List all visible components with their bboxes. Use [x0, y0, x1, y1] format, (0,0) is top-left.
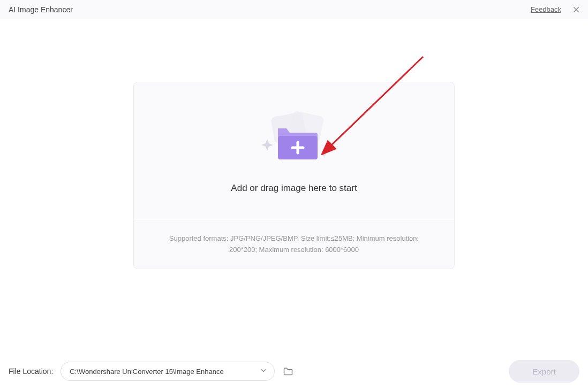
feedback-link[interactable]: Feedback	[531, 5, 561, 13]
add-folder-icon	[251, 108, 337, 167]
svg-marker-4	[261, 139, 273, 151]
chevron-down-icon	[260, 368, 267, 376]
dropzone-main-text: Add or drag image here to start	[231, 183, 357, 194]
dropzone-info-text: Supported formats: JPG/PNG/JPEG/BMP, Siz…	[134, 220, 454, 269]
image-dropzone: Add or drag image here to start Supporte…	[133, 82, 455, 269]
footer-bar: File Location: C:\Wondershare UniConvert…	[0, 353, 588, 390]
main-content: Add or drag image here to start Supporte…	[0, 19, 588, 353]
file-location-label: File Location:	[9, 367, 53, 376]
app-title: AI Image Enhancer	[9, 5, 73, 14]
file-path-value: C:\Wondershare UniConverter 15\Image Enh…	[70, 368, 223, 376]
file-path-dropdown[interactable]: C:\Wondershare UniConverter 15\Image Enh…	[61, 362, 275, 381]
browse-folder-button[interactable]	[282, 365, 294, 377]
svg-point-5	[322, 152, 326, 156]
header-actions: Feedback	[531, 4, 582, 15]
close-button[interactable]	[571, 4, 582, 15]
dropzone-click-area[interactable]: Add or drag image here to start	[134, 82, 454, 220]
folder-icon	[283, 366, 293, 377]
close-icon	[572, 5, 581, 14]
export-button[interactable]: Export	[509, 360, 579, 383]
title-bar: AI Image Enhancer Feedback	[0, 0, 588, 19]
